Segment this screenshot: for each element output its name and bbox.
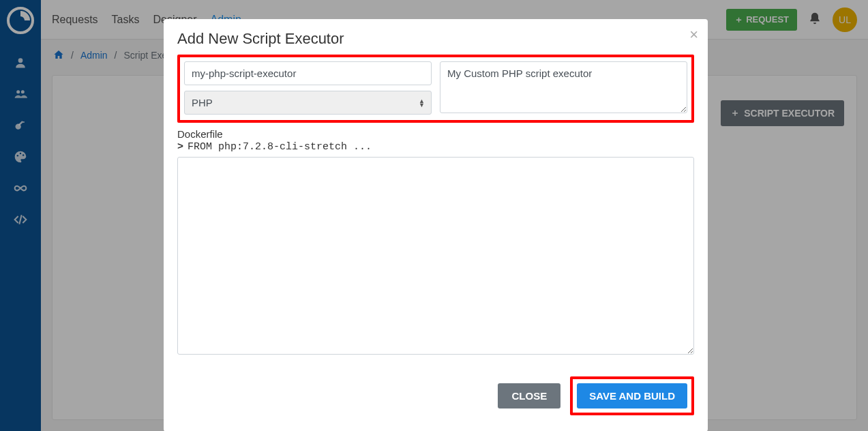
language-select[interactable]: PHP [184,91,432,115]
executor-name-input[interactable] [184,61,432,85]
config-textarea[interactable] [177,157,694,355]
close-icon: × [689,26,698,43]
close-button[interactable]: CLOSE [498,383,560,408]
modal-footer: CLOSE SAVE AND BUILD [177,376,694,415]
description-input[interactable] [440,61,687,113]
modal-close-button[interactable]: × [689,26,698,44]
save-and-build-button[interactable]: SAVE AND BUILD [577,383,687,408]
dockerfile-label: Dockerfile [177,128,694,140]
modal-title: Add New Script Executor [177,30,694,48]
modal: Add New Script Executor × PHP ▲▼ Dockerf… [164,19,708,431]
chevron-right-icon: > [177,141,183,153]
dockerfile-preview[interactable]: > FROM php:7.2.8-cli-stretch ... [177,141,694,153]
dockerfile-preview-text: FROM php:7.2.8-cli-stretch ... [188,141,372,153]
highlighted-inputs: PHP ▲▼ [177,55,694,123]
highlighted-save: SAVE AND BUILD [570,376,694,415]
